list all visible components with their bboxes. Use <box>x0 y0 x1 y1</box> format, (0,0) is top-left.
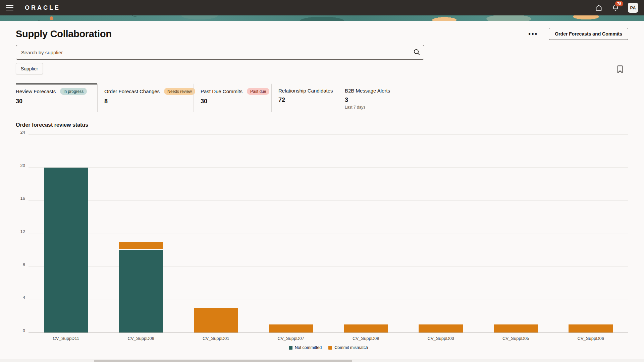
bar-segment-commit-mismatch[interactable] <box>194 308 238 333</box>
bar-segment-commit-mismatch[interactable] <box>269 324 313 333</box>
legend-item-commit-mismatch[interactable]: Commit mismatch <box>328 345 368 350</box>
chart-title: Order forecast review status <box>16 122 628 128</box>
y-axis-tick-label: 24 <box>16 130 25 135</box>
tab-subtitle: Last 7 days <box>345 105 390 110</box>
decorative-banner <box>0 15 644 21</box>
avatar[interactable]: PA <box>628 3 638 13</box>
tab-label: B2B Message Alerts <box>345 88 390 94</box>
tab-status-badge: Past due <box>247 88 269 95</box>
bar-segment-not-committed[interactable] <box>44 168 88 333</box>
bar-segment-commit-mismatch[interactable] <box>419 324 463 333</box>
x-axis-category-label: CV_SuppD03 <box>404 336 479 341</box>
legend-swatch <box>328 346 332 350</box>
legend-swatch <box>289 346 292 350</box>
y-axis-tick-label: 4 <box>16 295 25 300</box>
tab-order-forecast-changes[interactable]: Order Forecast ChangesNeeds review8 <box>97 83 194 112</box>
bar-segment-commit-mismatch[interactable] <box>119 242 163 249</box>
y-axis-tick-label: 0 <box>16 328 25 333</box>
tab-status-badge: In progress <box>60 88 87 95</box>
x-axis-category-label: CV_SuppD01 <box>178 336 254 341</box>
legend-label: Not committed <box>295 345 322 350</box>
chart-x-axis-labels: CV_SuppD11CV_SuppD09CV_SuppD01CV_SuppD07… <box>29 333 628 341</box>
y-axis-tick-label: 20 <box>16 163 25 168</box>
y-axis-tick-label: 8 <box>16 262 25 267</box>
x-axis-category-label: CV_SuppD07 <box>254 336 329 341</box>
gridline <box>29 134 628 135</box>
tab-label: Order Forecast Changes <box>104 88 160 94</box>
tab-count: 72 <box>278 97 332 104</box>
tab-label: Past Due Commits <box>201 88 243 94</box>
tab-label: Relationship Candidates <box>278 88 333 94</box>
gridline <box>29 200 628 201</box>
notifications-button[interactable]: 78 <box>611 3 620 12</box>
order-forecasts-and-commits-button[interactable]: Order Forecasts and Commits <box>549 28 628 40</box>
order-forecast-review-status-chart: Order forecast review status 04812162024… <box>16 122 628 350</box>
x-axis-category-label: CV_SuppD08 <box>328 336 404 341</box>
gridline <box>29 300 628 300</box>
tab-relationship-candidates[interactable]: Relationship Candidates72 <box>271 83 338 112</box>
x-axis-category-label: CV_SuppD11 <box>29 336 104 341</box>
supplier-filter-chip[interactable]: Supplier <box>16 63 43 74</box>
gridline <box>29 234 628 234</box>
gridline <box>29 167 628 168</box>
bookmark-button[interactable] <box>616 65 624 75</box>
search-input[interactable] <box>16 45 424 60</box>
legend-item-not-committed[interactable]: Not committed <box>289 345 322 350</box>
tab-label: Review Forecasts <box>16 88 56 94</box>
oracle-logo[interactable]: ORACLE <box>25 4 60 11</box>
tab-review-forecasts[interactable]: Review ForecastsIn progress30 <box>16 83 97 112</box>
bookmark-icon <box>616 65 624 74</box>
tab-count: 3 <box>345 97 390 104</box>
x-axis-baseline <box>29 333 628 333</box>
y-axis-tick-label: 12 <box>16 229 25 234</box>
tab-count: 30 <box>201 98 265 105</box>
horizontal-scrollbar-thumb[interactable] <box>94 360 352 362</box>
bar-segment-commit-mismatch[interactable] <box>569 324 613 333</box>
home-button[interactable] <box>594 3 603 12</box>
tab-past-due-commits[interactable]: Past Due CommitsPast due30 <box>194 83 271 112</box>
tab-count: 8 <box>104 98 187 105</box>
x-axis-category-label: CV_SuppD05 <box>478 336 553 341</box>
chart-plot-area: 04812162024 <box>29 134 628 333</box>
tab-b2b-message-alerts[interactable]: B2B Message Alerts3Last 7 days <box>338 83 396 112</box>
tabs: Review ForecastsIn progress30Order Forec… <box>16 83 628 112</box>
hamburger-menu-icon[interactable] <box>6 5 13 10</box>
tab-status-badge: Needs review <box>164 88 195 95</box>
bar-segment-commit-mismatch[interactable] <box>344 324 388 333</box>
legend-label: Commit mismatch <box>334 345 368 350</box>
tab-count: 30 <box>16 98 91 105</box>
home-icon <box>595 4 603 12</box>
page-title: Supply Collaboration <box>16 28 112 40</box>
notification-count-badge: 78 <box>615 1 623 6</box>
horizontal-scrollbar[interactable] <box>0 359 644 362</box>
bar-segment-not-committed[interactable] <box>119 250 163 333</box>
overflow-menu-button[interactable]: ••• <box>526 29 540 39</box>
x-axis-category-label: CV_SuppD06 <box>553 336 629 341</box>
search-icon[interactable] <box>413 48 421 57</box>
topbar: ORACLE 78 PA <box>0 0 644 15</box>
gridline <box>29 266 628 267</box>
bar-segment-commit-mismatch[interactable] <box>494 324 538 333</box>
x-axis-category-label: CV_SuppD09 <box>104 336 179 341</box>
y-axis-tick-label: 16 <box>16 196 25 201</box>
chart-legend: Not committedCommit mismatch <box>29 345 628 350</box>
